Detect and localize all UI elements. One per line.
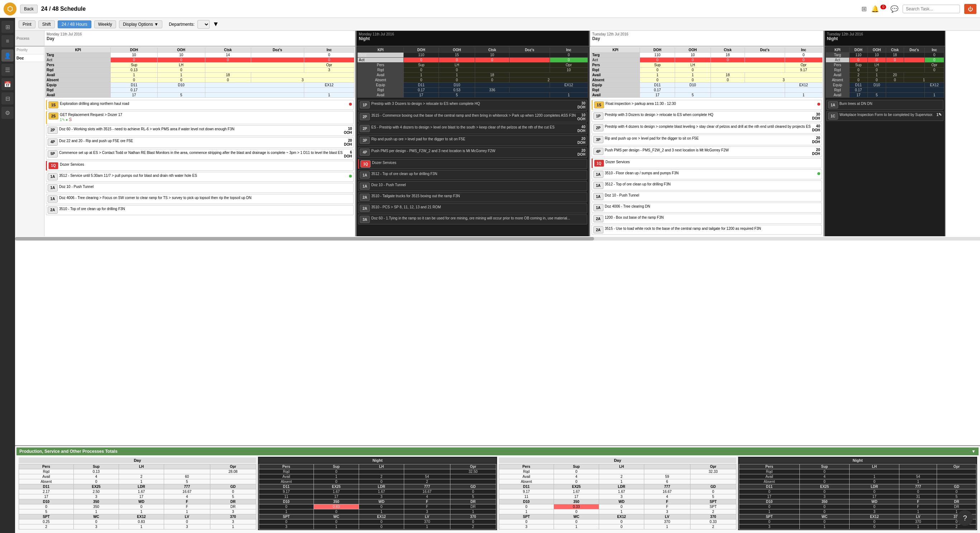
task-priority: 1P bbox=[593, 113, 603, 119]
task-priority: 1S bbox=[594, 101, 604, 108]
sidebar-icon-user[interactable]: 👤 bbox=[2, 49, 14, 62]
task-value: 20DOH bbox=[812, 136, 820, 144]
sidebar-icon-home[interactable]: ⊞ bbox=[2, 21, 14, 33]
col-tuesday-night: Tuesday 12th Jul 2016 Night KPIDOHOOHCts… bbox=[825, 31, 946, 236]
task-row: 1A Doz 4006 - Tree clearing DN bbox=[592, 203, 822, 213]
task-status-dot-green bbox=[349, 174, 352, 178]
sidebar-icon-settings[interactable]: ⚙ bbox=[2, 107, 14, 119]
task-priority: 3P bbox=[360, 137, 370, 144]
task-priority: 1Q bbox=[361, 160, 371, 168]
help-button[interactable]: ? bbox=[957, 510, 973, 526]
col2-day-label: Monday 11th Jul 2016 bbox=[359, 32, 586, 36]
back-button[interactable]: Back bbox=[20, 5, 38, 13]
task-row: 1A Doz 10 - Push Tunnel bbox=[592, 192, 822, 201]
bell-icon[interactable]: 🔔 bbox=[871, 5, 879, 13]
col3-shift-label: Day bbox=[592, 36, 821, 41]
dept-select-arrow[interactable]: ▼ bbox=[213, 21, 219, 28]
task-text: 3510 - Top of ore clean up for drilling … bbox=[59, 206, 352, 211]
display-options-button[interactable]: Display Options ▼ bbox=[119, 21, 162, 28]
hours-24-48-button[interactable]: 24 / 48 Hours bbox=[58, 21, 91, 28]
totals-night-table: PersSupLHOpr Rqd032.50 Avail1254 Absent0… bbox=[259, 464, 496, 530]
task-priority: 1A bbox=[593, 171, 603, 178]
task-text: Doz 60 - 1.Tying in the ramp so it can b… bbox=[371, 216, 585, 220]
totals-night-label: Night bbox=[259, 457, 496, 463]
schedule-area[interactable]: Process Priority Doz Monday 11th Jul 201… bbox=[15, 31, 980, 445]
task-text: Rip and push up ore > level pad for the … bbox=[371, 137, 576, 141]
task-text: Doz 4006 - Tree clearing DN bbox=[605, 204, 820, 209]
task-row: 2A 3510 - Top of ore clean up for drilli… bbox=[46, 205, 354, 215]
task-row: 1A 3512 - Top of ore clean up for drilli… bbox=[358, 170, 587, 180]
task-text: Commence set up at ES > Contact Todd or … bbox=[59, 150, 342, 155]
search-input[interactable] bbox=[903, 5, 960, 13]
task-text: 3512 - Top of ore clean up for drilling … bbox=[605, 182, 820, 187]
task-text: Dozer Services bbox=[606, 160, 820, 164]
task-priority-1a-1: 1A bbox=[48, 173, 58, 181]
task-text: 3510 - Floor clean up / sumps and pumps … bbox=[605, 171, 816, 175]
totals-day2-label: Day bbox=[499, 457, 737, 463]
process-priority-label: Priority bbox=[15, 46, 44, 54]
task-text: Doz 10 - Push Tunnel bbox=[605, 193, 820, 198]
col3-kpi-table: KPIDOHOOHCtskDoz'sInc Targ11010180 Act00… bbox=[591, 47, 823, 98]
col4-day-label: Tuesday 12th Jul 2016 bbox=[827, 32, 943, 36]
task-value: 20DOH bbox=[344, 138, 352, 146]
chat-icon[interactable]: 💬 bbox=[891, 5, 898, 13]
task-text: Dozer Services bbox=[60, 162, 352, 167]
col-tuesday-day: Tuesday 12th Jul 2016 Day KPIDOHOOHCtskD… bbox=[590, 31, 825, 236]
process-name: Doz bbox=[15, 54, 44, 62]
task-row: 4P Doz 22 and 20 - Rip and push up F5E o… bbox=[46, 137, 354, 148]
print-button[interactable]: Print bbox=[19, 21, 35, 28]
task-priority: 2P bbox=[360, 113, 370, 120]
task-text: Doz 10 - Push Tunnel bbox=[371, 182, 585, 187]
task-status-dot bbox=[349, 103, 352, 106]
col4-kpi-table: KPIDOHOOHCtskDoz'sInc Targ11010180 Act00… bbox=[826, 47, 945, 98]
task-priority: 1A bbox=[360, 182, 370, 190]
task-priority: 1P bbox=[360, 101, 370, 108]
task-row: 1P Prestrip with 3 Dozers to design > re… bbox=[592, 111, 822, 122]
task-row: 1Q Dozer Services bbox=[46, 161, 354, 171]
task-value: 20DOH bbox=[577, 137, 585, 144]
task-priority: 2A bbox=[593, 226, 603, 233]
page-title: 24 / 48 Schedule bbox=[41, 6, 858, 12]
weekly-button[interactable]: Weekly bbox=[94, 21, 116, 28]
shift-button[interactable]: Shift bbox=[38, 21, 55, 28]
task-row: 1C Workplace Inspection Form to be compl… bbox=[826, 111, 944, 121]
sidebar-icon-grid2[interactable]: ⊟ bbox=[2, 92, 14, 105]
task-text: 3510 - PCS > SP 8, 11, 12, 13 and 21 ROM bbox=[371, 205, 585, 209]
task-row: 4P Push PMS per design - PMS_F2W_2 and 3… bbox=[358, 147, 587, 158]
task-row: 1A 3512 - Service until 5:30am 11/7 > pu… bbox=[46, 172, 354, 182]
task-text: Doz 4006 - Tree clearing > Focus on SW c… bbox=[59, 195, 352, 200]
departments-select[interactable] bbox=[197, 20, 210, 29]
sidebar-icon-calendar[interactable]: 📅 bbox=[2, 78, 14, 90]
sidebar-icon-list[interactable]: ≡ bbox=[2, 35, 14, 47]
task-value: 40DOH bbox=[812, 124, 820, 132]
task-priority: 3A bbox=[360, 216, 370, 223]
task-text: Doz 60 - Working slots with 3515 - need … bbox=[59, 127, 342, 132]
task-value: 30DOH bbox=[812, 113, 820, 120]
col2-shift-label: Night bbox=[359, 36, 586, 41]
task-priority-1s: 1S bbox=[48, 101, 59, 108]
task-value: 10OOH bbox=[344, 127, 352, 135]
task-priority: 1Q bbox=[594, 160, 604, 167]
task-priority: 1A bbox=[828, 101, 838, 108]
task-row: 3A Doz 60 - 1.Tying in the ramp so it ca… bbox=[358, 214, 587, 224]
task-text: Doz 22 and 20 - Rip and push up F5E ore … bbox=[59, 138, 342, 143]
col1-day-label: Monday 11th Jul 2016 bbox=[46, 32, 353, 36]
task-text: Push PMS per design - PMS_F2W_2 and 3 ne… bbox=[605, 148, 811, 152]
task-text: Workplace Inspection Form to be complete… bbox=[840, 113, 934, 117]
task-text: ES - Prestrip with 4 dozers to design > … bbox=[371, 125, 576, 130]
horizontal-scrollbar[interactable] bbox=[15, 237, 980, 241]
col-monday-night: Monday 11th Jul 2016 Night KPI DOH OOH C… bbox=[356, 31, 590, 236]
grid-icon[interactable]: ⊞ bbox=[861, 5, 867, 13]
task-priority-1a-3: 1A bbox=[48, 195, 58, 203]
task-priority-1q: 1Q bbox=[48, 162, 59, 169]
exit-button[interactable]: ⏻ bbox=[964, 4, 977, 14]
task-row: 1A Burn trees at DN DN bbox=[826, 100, 944, 110]
col1-kpi-table: KPI DOH OOH Ctsk Doz's Inc Targ 1010 140 bbox=[45, 47, 355, 98]
task-text: 3515 - Commence boxing out the base of t… bbox=[371, 113, 576, 118]
task-text: GET Replacement Request > Dozer 171✎ ● S bbox=[60, 113, 352, 123]
sidebar-icon-menu[interactable]: ☰ bbox=[2, 64, 14, 76]
task-row: 1Q Dozer Services bbox=[358, 159, 587, 169]
totals-collapse-btn[interactable]: ▼ bbox=[971, 449, 976, 454]
totals-section: Production, Service and Other Processes … bbox=[15, 445, 980, 533]
totals-header: Production, Service and Other Processes … bbox=[16, 447, 978, 455]
